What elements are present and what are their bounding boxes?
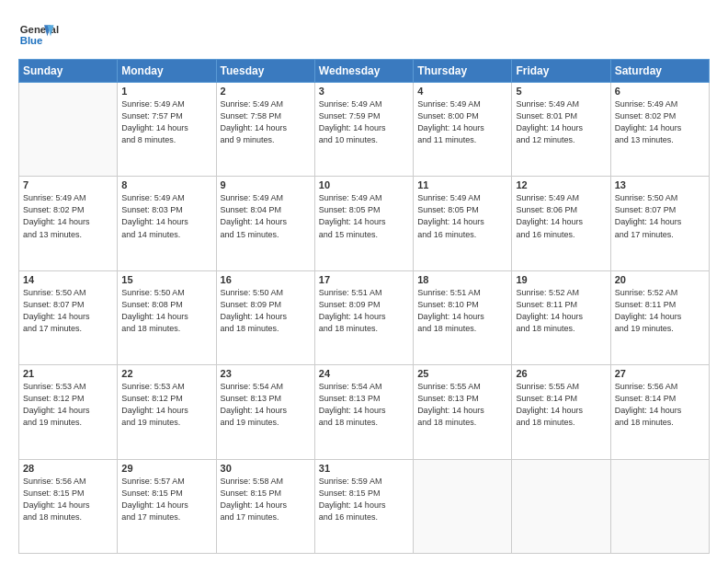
day-info: Sunrise: 5:49 AM Sunset: 7:58 PM Dayligh… xyxy=(221,98,311,146)
calendar-cell: 7Sunrise: 5:49 AM Sunset: 8:02 PM Daylig… xyxy=(19,177,118,270)
day-number: 4 xyxy=(417,86,507,97)
calendar-cell: 12Sunrise: 5:49 AM Sunset: 8:06 PM Dayli… xyxy=(512,177,610,270)
calendar-cell: 27Sunrise: 5:56 AM Sunset: 8:14 PM Dayli… xyxy=(610,365,709,459)
calendar-cell: 22Sunrise: 5:53 AM Sunset: 8:12 PM Dayli… xyxy=(118,365,216,459)
day-number: 14 xyxy=(23,274,113,285)
svg-text:Blue: Blue xyxy=(20,35,43,46)
day-info: Sunrise: 5:49 AM Sunset: 8:04 PM Dayligh… xyxy=(221,192,311,240)
calendar-cell: 9Sunrise: 5:49 AM Sunset: 8:04 PM Daylig… xyxy=(216,177,314,270)
day-number: 13 xyxy=(615,179,705,190)
day-info: Sunrise: 5:52 AM Sunset: 8:11 PM Dayligh… xyxy=(516,287,606,335)
calendar-cell: 20Sunrise: 5:52 AM Sunset: 8:11 PM Dayli… xyxy=(610,270,709,364)
calendar-cell: 18Sunrise: 5:51 AM Sunset: 8:10 PM Dayli… xyxy=(414,270,512,364)
calendar-cell: 4Sunrise: 5:49 AM Sunset: 8:00 PM Daylig… xyxy=(414,83,512,177)
day-info: Sunrise: 5:57 AM Sunset: 8:15 PM Dayligh… xyxy=(121,476,211,523)
days-header-row: SundayMondayTuesdayWednesdayThursdayFrid… xyxy=(19,60,710,83)
day-number: 29 xyxy=(121,463,211,474)
day-header-wednesday: Wednesday xyxy=(314,60,413,83)
day-number: 25 xyxy=(417,368,507,379)
calendar-cell: 14Sunrise: 5:50 AM Sunset: 8:07 PM Dayli… xyxy=(19,270,118,364)
day-number: 6 xyxy=(615,86,705,97)
day-header-sunday: Sunday xyxy=(19,60,118,83)
day-info: Sunrise: 5:56 AM Sunset: 8:15 PM Dayligh… xyxy=(23,476,113,523)
logo: General Blue xyxy=(18,17,83,50)
calendar-cell: 17Sunrise: 5:51 AM Sunset: 8:09 PM Dayli… xyxy=(314,270,413,364)
day-number: 28 xyxy=(23,463,113,474)
day-number: 9 xyxy=(221,179,311,190)
week-row-3: 14Sunrise: 5:50 AM Sunset: 8:07 PM Dayli… xyxy=(19,270,710,364)
day-header-monday: Monday xyxy=(118,60,216,83)
day-info: Sunrise: 5:56 AM Sunset: 8:14 PM Dayligh… xyxy=(615,381,705,429)
day-number: 21 xyxy=(23,368,113,379)
calendar-cell: 2Sunrise: 5:49 AM Sunset: 7:58 PM Daylig… xyxy=(216,83,314,177)
calendar-cell: 1Sunrise: 5:49 AM Sunset: 7:57 PM Daylig… xyxy=(118,83,216,177)
day-info: Sunrise: 5:50 AM Sunset: 8:07 PM Dayligh… xyxy=(615,192,705,240)
day-info: Sunrise: 5:53 AM Sunset: 8:12 PM Dayligh… xyxy=(23,381,113,429)
calendar-cell: 31Sunrise: 5:59 AM Sunset: 8:15 PM Dayli… xyxy=(314,459,413,553)
day-info: Sunrise: 5:53 AM Sunset: 8:12 PM Dayligh… xyxy=(121,381,211,429)
day-info: Sunrise: 5:55 AM Sunset: 8:13 PM Dayligh… xyxy=(417,381,507,429)
day-number: 12 xyxy=(516,179,606,190)
week-row-5: 28Sunrise: 5:56 AM Sunset: 8:15 PM Dayli… xyxy=(19,459,710,553)
calendar-cell: 11Sunrise: 5:49 AM Sunset: 8:05 PM Dayli… xyxy=(414,177,512,270)
day-info: Sunrise: 5:58 AM Sunset: 8:15 PM Dayligh… xyxy=(221,476,311,523)
page: General Blue SundayMondayTuesdayWednesda… xyxy=(0,0,728,563)
day-info: Sunrise: 5:49 AM Sunset: 8:05 PM Dayligh… xyxy=(319,192,409,240)
calendar-cell xyxy=(19,83,118,177)
logo-icon: General Blue xyxy=(18,17,83,50)
day-number: 27 xyxy=(615,368,705,379)
day-number: 16 xyxy=(221,274,311,285)
day-number: 19 xyxy=(516,274,606,285)
calendar-cell: 28Sunrise: 5:56 AM Sunset: 8:15 PM Dayli… xyxy=(19,459,118,553)
day-info: Sunrise: 5:59 AM Sunset: 8:15 PM Dayligh… xyxy=(319,476,409,523)
week-row-2: 7Sunrise: 5:49 AM Sunset: 8:02 PM Daylig… xyxy=(19,177,710,270)
calendar-cell: 25Sunrise: 5:55 AM Sunset: 8:13 PM Dayli… xyxy=(414,365,512,459)
day-header-saturday: Saturday xyxy=(610,60,709,83)
day-number: 26 xyxy=(516,368,606,379)
day-number: 3 xyxy=(319,86,409,97)
day-number: 20 xyxy=(615,274,705,285)
calendar-cell: 3Sunrise: 5:49 AM Sunset: 7:59 PM Daylig… xyxy=(314,83,413,177)
calendar-cell xyxy=(512,459,610,553)
week-row-1: 1Sunrise: 5:49 AM Sunset: 7:57 PM Daylig… xyxy=(19,83,710,177)
calendar-cell: 30Sunrise: 5:58 AM Sunset: 8:15 PM Dayli… xyxy=(216,459,314,553)
day-info: Sunrise: 5:49 AM Sunset: 7:57 PM Dayligh… xyxy=(121,98,211,146)
day-number: 31 xyxy=(319,463,409,474)
day-number: 11 xyxy=(417,179,507,190)
day-number: 22 xyxy=(121,368,211,379)
day-number: 17 xyxy=(319,274,409,285)
calendar-cell: 23Sunrise: 5:54 AM Sunset: 8:13 PM Dayli… xyxy=(216,365,314,459)
calendar-cell: 24Sunrise: 5:54 AM Sunset: 8:13 PM Dayli… xyxy=(314,365,413,459)
day-info: Sunrise: 5:50 AM Sunset: 8:08 PM Dayligh… xyxy=(121,287,211,335)
day-info: Sunrise: 5:51 AM Sunset: 8:10 PM Dayligh… xyxy=(417,287,507,335)
day-number: 5 xyxy=(516,86,606,97)
day-info: Sunrise: 5:49 AM Sunset: 8:02 PM Dayligh… xyxy=(23,192,113,240)
day-number: 30 xyxy=(221,463,311,474)
day-number: 7 xyxy=(23,179,113,190)
day-info: Sunrise: 5:49 AM Sunset: 7:59 PM Dayligh… xyxy=(319,98,409,146)
header: General Blue xyxy=(18,17,710,50)
calendar-cell: 19Sunrise: 5:52 AM Sunset: 8:11 PM Dayli… xyxy=(512,270,610,364)
day-number: 2 xyxy=(221,86,311,97)
calendar-cell xyxy=(610,459,709,553)
day-info: Sunrise: 5:49 AM Sunset: 8:02 PM Dayligh… xyxy=(615,98,705,146)
day-header-tuesday: Tuesday xyxy=(216,60,314,83)
day-number: 15 xyxy=(121,274,211,285)
day-header-friday: Friday xyxy=(512,60,610,83)
calendar-cell: 16Sunrise: 5:50 AM Sunset: 8:09 PM Dayli… xyxy=(216,270,314,364)
day-info: Sunrise: 5:52 AM Sunset: 8:11 PM Dayligh… xyxy=(615,287,705,335)
day-info: Sunrise: 5:49 AM Sunset: 8:01 PM Dayligh… xyxy=(516,98,606,146)
calendar-cell: 13Sunrise: 5:50 AM Sunset: 8:07 PM Dayli… xyxy=(610,177,709,270)
day-info: Sunrise: 5:49 AM Sunset: 8:00 PM Dayligh… xyxy=(417,98,507,146)
calendar-cell: 29Sunrise: 5:57 AM Sunset: 8:15 PM Dayli… xyxy=(118,459,216,553)
calendar-cell: 21Sunrise: 5:53 AM Sunset: 8:12 PM Dayli… xyxy=(19,365,118,459)
day-info: Sunrise: 5:50 AM Sunset: 8:09 PM Dayligh… xyxy=(221,287,311,335)
day-number: 18 xyxy=(417,274,507,285)
calendar-cell: 10Sunrise: 5:49 AM Sunset: 8:05 PM Dayli… xyxy=(314,177,413,270)
day-info: Sunrise: 5:55 AM Sunset: 8:14 PM Dayligh… xyxy=(516,381,606,429)
day-info: Sunrise: 5:49 AM Sunset: 8:06 PM Dayligh… xyxy=(516,192,606,240)
day-info: Sunrise: 5:50 AM Sunset: 8:07 PM Dayligh… xyxy=(23,287,113,335)
calendar-cell: 8Sunrise: 5:49 AM Sunset: 8:03 PM Daylig… xyxy=(118,177,216,270)
calendar-cell: 6Sunrise: 5:49 AM Sunset: 8:02 PM Daylig… xyxy=(610,83,709,177)
calendar-cell: 5Sunrise: 5:49 AM Sunset: 8:01 PM Daylig… xyxy=(512,83,610,177)
